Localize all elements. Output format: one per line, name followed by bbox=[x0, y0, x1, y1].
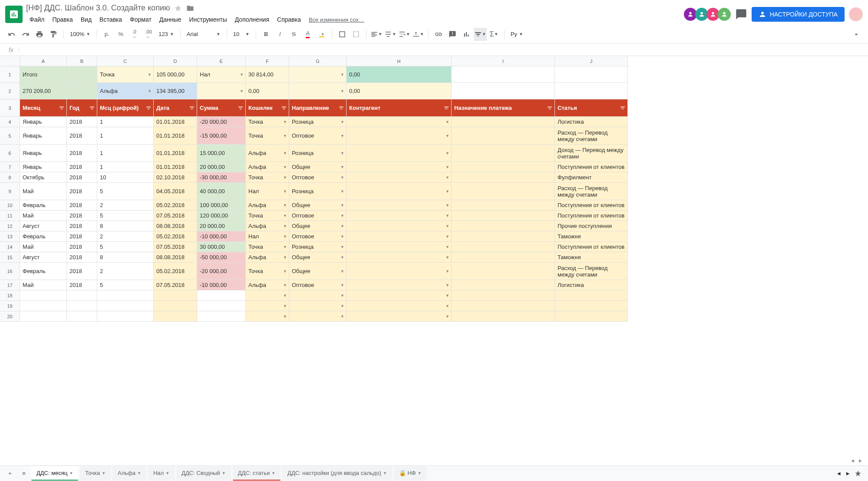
cell[interactable]: Общее▼ bbox=[289, 252, 347, 263]
font-select[interactable]: Arial▼ bbox=[184, 29, 223, 39]
dropdown-icon[interactable]: ▼ bbox=[446, 245, 449, 249]
cell[interactable]: Альфа▼ bbox=[246, 280, 289, 290]
cell[interactable]: Оптовое▼ bbox=[289, 172, 347, 183]
changes-saved-link[interactable]: Все изменения сох… bbox=[309, 16, 364, 23]
dropdown-icon[interactable]: ▼ bbox=[446, 151, 449, 155]
cell[interactable] bbox=[555, 66, 628, 83]
cell[interactable] bbox=[154, 290, 197, 301]
cell[interactable]: ▼ bbox=[347, 117, 452, 127]
cell[interactable]: 1 bbox=[97, 127, 154, 145]
cell[interactable]: ▼ bbox=[347, 252, 452, 263]
cell[interactable]: ▼ bbox=[289, 301, 347, 311]
header-cell[interactable]: Контрагент bbox=[347, 99, 452, 117]
cell[interactable] bbox=[452, 231, 555, 242]
dropdown-icon[interactable]: ▼ bbox=[340, 189, 344, 194]
cell[interactable]: Итого bbox=[20, 66, 67, 83]
cell[interactable]: Оптовое▼ bbox=[289, 211, 347, 221]
cell[interactable]: 15 000,00 bbox=[197, 145, 246, 162]
cell[interactable]: 2 bbox=[97, 200, 154, 211]
row-header-18[interactable]: 18 bbox=[0, 290, 20, 301]
cell[interactable]: 2018 bbox=[67, 221, 97, 231]
paint-format-button[interactable] bbox=[47, 28, 60, 41]
dropdown-icon[interactable]: ▼ bbox=[340, 203, 344, 208]
filter-icon[interactable] bbox=[338, 105, 344, 111]
cell[interactable]: Точка▼ bbox=[97, 66, 154, 83]
sheet-tab[interactable]: Нал▼ bbox=[148, 466, 175, 481]
cell[interactable] bbox=[452, 263, 555, 280]
cell[interactable] bbox=[154, 301, 197, 311]
dropdown-icon[interactable]: ▼ bbox=[283, 255, 287, 260]
cell[interactable]: 2018 bbox=[67, 200, 97, 211]
cell[interactable] bbox=[555, 311, 628, 322]
cell[interactable]: 01.01.2018 bbox=[154, 127, 197, 145]
cell[interactable]: -30 000,00 bbox=[197, 172, 246, 183]
header-cell[interactable]: Дата bbox=[154, 99, 197, 117]
row-header-11[interactable]: 11 bbox=[0, 211, 20, 221]
add-sheet-button[interactable]: + bbox=[3, 467, 17, 480]
cell[interactable]: Розница▼ bbox=[289, 183, 347, 200]
cell[interactable] bbox=[20, 290, 67, 301]
cell[interactable]: 2018 bbox=[67, 280, 97, 290]
sheet-tab[interactable]: Точка▼ bbox=[80, 466, 111, 481]
cell[interactable]: ▼ bbox=[347, 280, 452, 290]
row-header-12[interactable]: 12 bbox=[0, 221, 20, 231]
tabs-scroll-right-icon[interactable]: ► bbox=[845, 470, 851, 477]
cell[interactable]: Август bbox=[20, 252, 67, 263]
dropdown-icon[interactable]: ▼ bbox=[446, 283, 449, 287]
row-header-1[interactable]: 1 bbox=[0, 66, 20, 83]
cell[interactable] bbox=[555, 83, 628, 99]
cell[interactable]: Логистика bbox=[555, 280, 628, 290]
select-all-corner[interactable] bbox=[0, 56, 20, 66]
cell[interactable] bbox=[20, 311, 67, 322]
cell[interactable]: 1 bbox=[97, 162, 154, 172]
header-cell[interactable]: Кошелек bbox=[246, 99, 289, 117]
cell[interactable]: Таможня bbox=[555, 231, 628, 242]
dropdown-icon[interactable]: ▼ bbox=[283, 203, 287, 208]
cell[interactable]: 2 bbox=[97, 263, 154, 280]
header-cell[interactable]: Статья bbox=[555, 99, 628, 117]
share-button[interactable]: НАСТРОЙКИ ДОСТУПА bbox=[752, 7, 845, 22]
cell[interactable]: ▼ bbox=[347, 211, 452, 221]
insert-link-button[interactable] bbox=[432, 28, 445, 41]
cell[interactable]: 01.01.2018 bbox=[154, 162, 197, 172]
cell[interactable]: Расход — Перевод между счетами bbox=[555, 183, 628, 200]
cell[interactable]: Альфа▼ bbox=[246, 221, 289, 231]
dropdown-icon[interactable]: ▼ bbox=[446, 224, 449, 228]
cell[interactable]: 2018 bbox=[67, 117, 97, 127]
undo-button[interactable] bbox=[5, 28, 18, 41]
cell[interactable]: 08.08.2018 bbox=[154, 252, 197, 263]
filter-icon[interactable] bbox=[59, 105, 65, 111]
cell[interactable]: Расход — Перевод между счетами bbox=[555, 263, 628, 280]
row-header-9[interactable]: 9 bbox=[0, 183, 20, 200]
cell[interactable]: Оптовое▼ bbox=[289, 280, 347, 290]
doc-title[interactable]: [НФ] ДДС. Шаблон 3.0. Создайте копию bbox=[26, 3, 170, 13]
cell[interactable]: ▼ bbox=[347, 301, 452, 311]
cell[interactable]: Нал▼ bbox=[246, 183, 289, 200]
sheet-tab[interactable]: 🔒 НФ▼ bbox=[394, 466, 427, 481]
filter-icon[interactable] bbox=[547, 105, 553, 111]
cell[interactable]: Май bbox=[20, 280, 67, 290]
dropdown-icon[interactable]: ▼ bbox=[283, 214, 287, 218]
cell[interactable]: ▼ bbox=[289, 83, 347, 99]
header-cell[interactable]: Год bbox=[67, 99, 97, 117]
cell[interactable]: Февраль bbox=[20, 263, 67, 280]
dropdown-icon[interactable]: ▼ bbox=[446, 203, 449, 208]
cell[interactable]: 40 000,00 bbox=[197, 183, 246, 200]
cell[interactable]: Альфа▼ bbox=[97, 83, 154, 99]
menu-Данные[interactable]: Данные bbox=[156, 14, 185, 25]
menu-Формат[interactable]: Формат bbox=[126, 14, 155, 25]
cell[interactable]: 20 000,00 bbox=[197, 221, 246, 231]
cell[interactable]: 2018 bbox=[67, 211, 97, 221]
cell[interactable] bbox=[452, 83, 555, 99]
cell[interactable]: Поступления от клиентов bbox=[555, 211, 628, 221]
dropdown-icon[interactable]: ▼ bbox=[340, 269, 344, 273]
cell[interactable] bbox=[197, 290, 246, 301]
cell[interactable] bbox=[197, 311, 246, 322]
header-cell[interactable]: Назначение платежа bbox=[452, 99, 555, 117]
cell[interactable]: Альфа▼ bbox=[246, 252, 289, 263]
cell[interactable] bbox=[452, 66, 555, 83]
cell[interactable]: 1 bbox=[97, 117, 154, 127]
cell[interactable]: ▼ bbox=[347, 231, 452, 242]
dropdown-icon[interactable]: ▼ bbox=[283, 151, 287, 155]
filter-icon[interactable] bbox=[443, 105, 449, 111]
